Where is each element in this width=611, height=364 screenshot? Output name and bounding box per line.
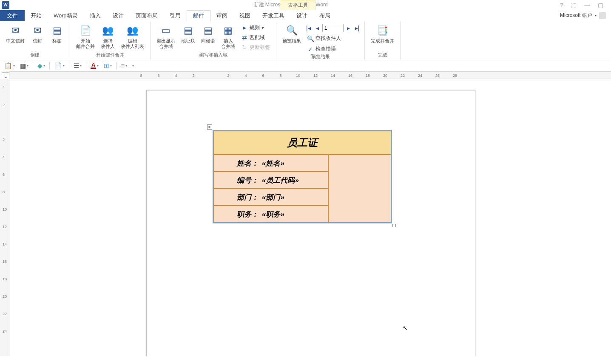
table-tools-context: 表格工具: [281, 0, 315, 10]
select-recipients-button[interactable]: 👥选择 收件人: [98, 23, 117, 52]
labels-button[interactable]: ▤标签: [48, 23, 66, 52]
qt-borders[interactable]: ⊞▾: [102, 61, 114, 71]
group-write-insert: ▭突出显示 合并域 ▤地址块 ▤问候语 ▦插入 合并域 ▸规则 ▾ ⇄匹配域 ↻…: [151, 21, 276, 60]
clipboard-icon: 📋: [4, 62, 12, 70]
qt-align[interactable]: ≡▾: [119, 61, 129, 70]
table-row[interactable]: 编号： «员工代码»: [213, 172, 328, 189]
shape-icon: ◆: [37, 62, 43, 70]
ribbon-tabs: 文件 开始 Word精灵 插入 设计 页面布局 引用 邮件 审阅 视图 开发工具…: [0, 10, 611, 21]
format-icon: 📄: [54, 62, 62, 70]
table-row[interactable]: 姓名： «姓名»: [213, 155, 328, 172]
edit-recipients-button[interactable]: 👥编辑 收件人列表: [118, 23, 147, 52]
page[interactable]: ✥ 员工证 姓名： «姓名» 编号： «员工代码» 部门： «部门» 职务： «…: [146, 90, 475, 356]
help-icon[interactable]: ?: [560, 2, 563, 8]
table-resize-handle[interactable]: [392, 224, 396, 227]
insert-field-icon: ▦: [222, 24, 235, 37]
envelope-button[interactable]: ✉信封: [28, 23, 47, 52]
update-icon: ↻: [241, 44, 248, 51]
ribbon-display-icon[interactable]: ⬚: [571, 2, 577, 8]
preview-results-button[interactable]: 🔍预览结果: [280, 23, 304, 54]
table-row[interactable]: 职务： «职务»: [213, 206, 328, 223]
qt-table[interactable]: ▦▾: [18, 61, 30, 71]
greeting-icon: ▤: [202, 24, 215, 37]
chinese-envelope-icon: ✉: [9, 24, 22, 37]
title-bar: W 新建 Microsoft Word 文档 - Word 表格工具 ? ⬚ —…: [0, 0, 611, 10]
tab-view[interactable]: 视图: [233, 10, 256, 21]
tab-insert[interactable]: 插入: [84, 10, 107, 21]
find-icon: 🔍: [307, 35, 314, 42]
tab-table-layout[interactable]: 布局: [313, 10, 336, 21]
vertical-ruler[interactable]: 4224681012141618202224: [0, 79, 10, 356]
last-record-icon[interactable]: ▸|: [353, 24, 361, 32]
window-controls: ? ⬚ — ▢: [560, 2, 611, 8]
group-create: ✉中文信封 ✉信封 ▤标签 创建: [0, 21, 70, 60]
update-labels-button: ↻更新标签: [239, 43, 273, 52]
quick-access-toolbar: 📋▾ ▦▾ ◆▾ 📄▾ ☰▾ A▾ ⊞▾ ≡▾ ▾: [0, 60, 611, 71]
labels-icon: ▤: [50, 24, 64, 37]
finish-merge-button[interactable]: 📑完成并合并: [368, 23, 397, 52]
highlight-fields-button[interactable]: ▭突出显示 合并域: [154, 23, 178, 52]
finish-icon: 📑: [376, 24, 389, 37]
tab-design[interactable]: 设计: [107, 10, 130, 21]
check-icon: ✓: [307, 46, 314, 53]
document-area: 4224681012141618202224 ✥ 员工证 姓名： «姓名» 编号…: [0, 79, 611, 356]
rules-button[interactable]: ▸规则 ▾: [239, 23, 273, 32]
start-merge-icon: 📄: [79, 24, 92, 37]
group-start-merge: 📄开始 邮件合并 👥选择 收件人 👥编辑 收件人列表 开始邮件合并: [70, 21, 151, 60]
match-fields-button[interactable]: ⇄匹配域: [239, 33, 273, 42]
tab-table-design[interactable]: 设计: [290, 10, 313, 21]
qt-paste[interactable]: 📋▾: [3, 61, 17, 71]
tab-mailings[interactable]: 邮件: [187, 10, 210, 21]
edit-recipients-icon: 👥: [126, 24, 139, 37]
address-block-button[interactable]: ▤地址块: [179, 23, 198, 52]
table-icon: ▦: [20, 62, 26, 70]
minimize-icon[interactable]: —: [584, 2, 590, 8]
qt-bullets[interactable]: ☰▾: [72, 61, 83, 71]
tab-references[interactable]: 引用: [164, 10, 187, 21]
prev-record-icon[interactable]: ◂: [314, 24, 321, 32]
avatar: [599, 12, 606, 19]
page-container: ✥ 员工证 姓名： «姓名» 编号： «员工代码» 部门： «部门» 职务： «…: [10, 79, 611, 356]
qt-format[interactable]: 📄▾: [52, 61, 66, 71]
find-recipient-button[interactable]: 🔍查找收件人: [304, 34, 361, 43]
next-record-icon[interactable]: ▸: [345, 24, 352, 32]
record-nav: |◂ ◂ ▸ ▸|: [304, 24, 361, 32]
preview-icon: 🔍: [285, 24, 298, 37]
maximize-icon[interactable]: ▢: [598, 2, 603, 8]
qt-shape[interactable]: ◆▾: [36, 61, 47, 71]
envelope-icon: ✉: [31, 24, 44, 37]
first-record-icon[interactable]: |◂: [304, 24, 313, 32]
borders-icon: ⊞: [104, 62, 109, 70]
table-move-handle[interactable]: ✥: [207, 124, 212, 130]
horizontal-ruler[interactable]: 8642246810121416182022242628: [9, 71, 611, 79]
photo-cell[interactable]: [328, 155, 391, 223]
address-icon: ▤: [182, 24, 195, 37]
table-title-cell[interactable]: 员工证: [213, 131, 391, 155]
table-row[interactable]: 部门： «部门»: [213, 189, 328, 206]
tab-wordgenius[interactable]: Word精灵: [48, 10, 84, 21]
group-preview: 🔍预览结果 |◂ ◂ ▸ ▸| 🔍查找收件人 ✓检查错误 预览结果: [276, 21, 365, 60]
align-icon: ≡: [121, 62, 125, 69]
record-number-input[interactable]: [322, 24, 344, 32]
ribbon-content: ✉中文信封 ✉信封 ▤标签 创建 📄开始 邮件合并 👥选择 收件人 👥编辑 收件…: [0, 21, 611, 60]
recipients-icon: 👥: [101, 24, 115, 37]
employee-table[interactable]: 员工证 姓名： «姓名» 编号： «员工代码» 部门： «部门» 职务： «职务…: [213, 130, 392, 223]
group-finish: 📑完成并合并 完成: [365, 21, 401, 60]
chinese-envelope-button[interactable]: ✉中文信封: [3, 23, 27, 52]
greeting-line-button[interactable]: ▤问候语: [199, 23, 218, 52]
qt-more[interactable]: ▾: [131, 63, 136, 68]
tab-review[interactable]: 审阅: [210, 10, 233, 21]
rules-icon: ▸: [241, 24, 248, 31]
qt-font-color[interactable]: A▾: [89, 62, 100, 70]
account-area[interactable]: Microsoft 帐户 ▾: [560, 12, 611, 19]
check-errors-button[interactable]: ✓检查错误: [304, 45, 361, 54]
tab-pagelayout[interactable]: 页面布局: [130, 10, 164, 21]
font-color-icon: A: [91, 62, 96, 69]
tab-developer[interactable]: 开发工具: [256, 10, 290, 21]
chevron-down-icon: ▾: [595, 14, 597, 17]
tab-home[interactable]: 开始: [25, 10, 48, 21]
highlight-icon: ▭: [159, 24, 173, 37]
tab-file[interactable]: 文件: [0, 10, 25, 21]
insert-field-button[interactable]: ▦插入 合并域: [219, 23, 238, 52]
start-merge-button[interactable]: 📄开始 邮件合并: [74, 23, 97, 52]
